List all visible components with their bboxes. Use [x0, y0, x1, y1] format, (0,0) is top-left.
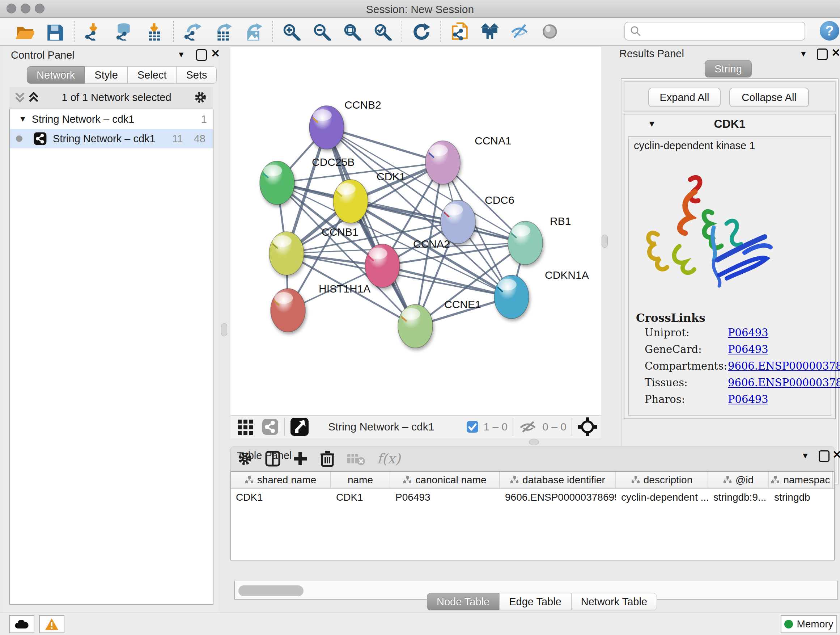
- open-session-button[interactable]: [14, 21, 35, 42]
- zoom-in-icon: [282, 22, 302, 41]
- column-header-canonicalname[interactable]: canonical name: [390, 472, 500, 488]
- bottom-splitter-handle[interactable]: [529, 439, 539, 445]
- maximize-results-icon[interactable]: [817, 49, 828, 60]
- crosslink-value-link[interactable]: P06493: [728, 393, 768, 405]
- column-header-databaseidentifier[interactable]: database identifier: [500, 472, 616, 488]
- crosslink-value-link[interactable]: 9606.ENSP00000378699: [728, 377, 840, 389]
- tab-network[interactable]: Network: [27, 66, 85, 84]
- zoom-in-button[interactable]: [281, 21, 302, 42]
- cloud-button[interactable]: [9, 615, 34, 633]
- crosslink-row: Compartments:9606.ENSP00000378699: [645, 360, 727, 372]
- search-input[interactable]: [642, 25, 799, 37]
- column-label: shared name: [257, 474, 316, 486]
- column-type-icon: [771, 476, 780, 484]
- node-CCNA1[interactable]: CCNA1: [419, 135, 512, 184]
- selected-items-checkbox[interactable]: [466, 421, 478, 433]
- table-panel: Table Panel ▼ ✕: [231, 446, 840, 616]
- node-CDKN1A[interactable]: CDKN1A: [488, 269, 589, 318]
- clone-network-icon: [450, 22, 469, 41]
- add-column-icon[interactable]: [292, 451, 308, 467]
- node-HIST1H1A[interactable]: HIST1H1A: [264, 283, 370, 332]
- tab-string[interactable]: String: [705, 60, 752, 78]
- float-panel-icon[interactable]: ▼: [177, 49, 185, 60]
- search-box[interactable]: [624, 22, 805, 41]
- hide-graphics-details-button[interactable]: [510, 21, 531, 42]
- cell-namespac[interactable]: stringdb: [769, 489, 833, 506]
- cell-name[interactable]: CDK1: [331, 489, 390, 506]
- birds-eye-view-icon[interactable]: [290, 417, 309, 437]
- cell-id[interactable]: stringdb:9...: [708, 489, 769, 506]
- network-row[interactable]: String Network – cdk1 11 48: [10, 129, 213, 149]
- level-of-detail-button[interactable]: [540, 21, 561, 42]
- network-options-gear-icon[interactable]: [193, 90, 208, 105]
- export-network-button[interactable]: [182, 21, 202, 42]
- column-header-namespac[interactable]: namespac: [769, 472, 833, 488]
- expand-all-button[interactable]: Expand All: [648, 88, 721, 107]
- network-canvas[interactable]: CCNB2 CCNA1 CDC25B CDK1 CDC6 RB1 CCNB1 C…: [231, 47, 601, 415]
- collapse-all-button[interactable]: Collapse All: [729, 88, 809, 107]
- crosslink-label: Compartments:: [645, 360, 727, 372]
- warning-button[interactable]: [39, 615, 65, 633]
- close-panel-icon[interactable]: ✕: [211, 48, 220, 59]
- tab-edge-table[interactable]: Edge Table: [499, 593, 571, 610]
- clone-network-button[interactable]: [449, 21, 470, 42]
- cell-canonicalname[interactable]: P06493: [390, 489, 500, 506]
- first-neighbors-button[interactable]: [480, 21, 500, 42]
- column-header-name[interactable]: name: [331, 472, 390, 488]
- crosslink-label: Pharos:: [645, 393, 685, 405]
- network-collection-list: ▼ String Network – cdk1 1 String Network…: [9, 109, 213, 605]
- float-table-icon[interactable]: ▼: [801, 450, 809, 461]
- crosslink-value-link[interactable]: P06493: [728, 343, 768, 356]
- memory-button[interactable]: Memory: [781, 615, 837, 633]
- node-RB1[interactable]: RB1: [501, 215, 571, 264]
- left-splitter-handle[interactable]: [221, 323, 227, 336]
- table-row[interactable]: CDK1CDK1P064939606.ENSP00000378699cyclin…: [231, 489, 834, 506]
- node-table[interactable]: shared namenamecanonical namedatabase id…: [231, 471, 835, 561]
- export-table-button[interactable]: [213, 21, 233, 42]
- string-results-container: Expand All Collapse All ▼ CDK1 cyclin-de…: [621, 78, 838, 485]
- table-type-tabs: Node TableEdge TableNetwork Table: [427, 593, 657, 610]
- crosslink-value-link[interactable]: P06493: [728, 326, 768, 339]
- column-header-id[interactable]: @id: [708, 472, 769, 488]
- refresh-view-button[interactable]: [411, 21, 431, 42]
- tab-sets[interactable]: Sets: [176, 66, 217, 84]
- close-table-icon[interactable]: ✕: [832, 449, 840, 460]
- crosslink-row: GeneCard:P06493: [645, 343, 702, 356]
- help-button[interactable]: ?: [820, 21, 839, 41]
- zoom-fit-button[interactable]: [342, 21, 363, 42]
- toolbar-separator: [401, 21, 402, 42]
- import-network-file-button[interactable]: [83, 21, 103, 42]
- tab-select[interactable]: Select: [128, 66, 177, 84]
- column-header-sharedname[interactable]: shared name: [231, 472, 331, 488]
- tab-network-table[interactable]: Network Table: [571, 593, 657, 610]
- zoom-selected-button[interactable]: [373, 21, 393, 42]
- import-table-file-button[interactable]: [144, 21, 164, 42]
- maximize-table-icon[interactable]: [819, 450, 829, 462]
- delete-column-trash-icon[interactable]: [320, 450, 335, 467]
- warning-icon: [44, 618, 59, 631]
- open-session-icon: [15, 22, 34, 41]
- network-collection-row[interactable]: ▼ String Network – cdk1 1: [10, 109, 213, 129]
- import-network-database-button[interactable]: [114, 21, 134, 42]
- network-label: String Network – cdk1: [53, 133, 172, 145]
- gene-result-card: ▼ CDK1 cyclin-dependent kinase 1: [624, 114, 836, 419]
- float-results-icon[interactable]: ▼: [799, 49, 807, 59]
- save-session-button[interactable]: [45, 21, 65, 42]
- grid-view-icon[interactable]: [236, 417, 255, 436]
- fit-selected-crosshair-icon[interactable]: [577, 417, 598, 437]
- tab-style[interactable]: Style: [85, 66, 127, 84]
- crosslink-value-link[interactable]: 9606.ENSP00000378699: [728, 360, 840, 372]
- close-results-icon[interactable]: ✕: [831, 48, 840, 58]
- collection-expander-icon[interactable]: ▼: [19, 114, 27, 124]
- cell-description[interactable]: cyclin-dependent ...: [616, 489, 708, 506]
- maximize-panel-icon[interactable]: [196, 49, 207, 61]
- string-view-icon[interactable]: [262, 418, 279, 435]
- zoom-out-button[interactable]: [312, 21, 332, 42]
- cell-databaseidentifier[interactable]: 9606.ENSP00000378699: [500, 489, 616, 506]
- cell-sharedname[interactable]: CDK1: [231, 489, 331, 506]
- network-selection-status: 1 of 1 Network selected: [40, 92, 193, 103]
- table-hscrollbar-thumb[interactable]: [238, 585, 303, 596]
- column-header-description[interactable]: description: [616, 472, 708, 488]
- tab-node-table[interactable]: Node Table: [427, 593, 499, 610]
- export-image-button[interactable]: [243, 21, 264, 42]
